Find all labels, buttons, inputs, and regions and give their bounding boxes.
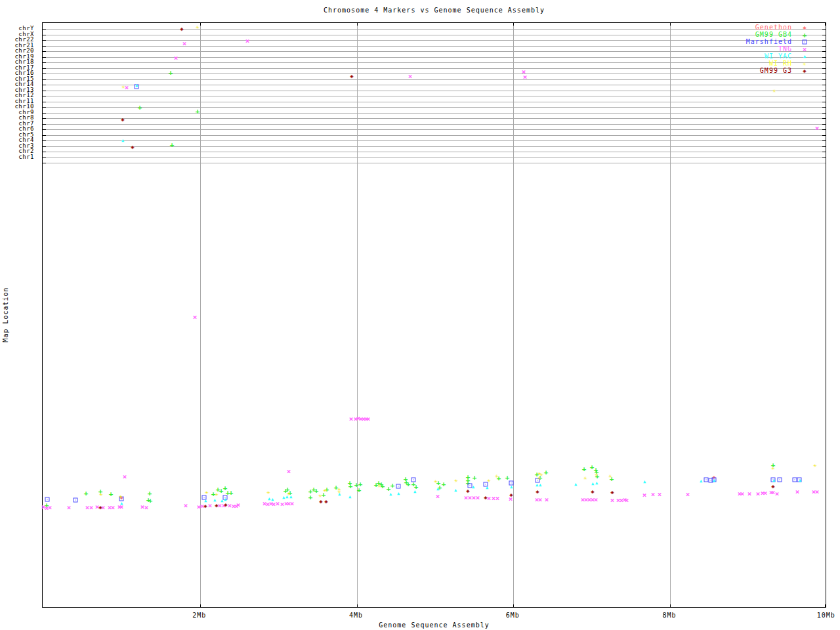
data-point-gb4: + <box>472 474 477 481</box>
data-point-yac: ▲ <box>486 486 488 490</box>
data-point-gb4: + <box>357 486 362 494</box>
gridline-chr20 <box>43 51 826 52</box>
gridline-chr13 <box>43 91 826 91</box>
data-point-tng: × <box>290 500 295 507</box>
data-point-yac: ▲ <box>268 497 270 501</box>
data-point-marsh <box>793 478 797 482</box>
data-point-rh: ✳ <box>608 473 612 479</box>
data-point-tng: × <box>144 504 149 511</box>
plus-icon: + <box>803 32 807 39</box>
gridline-chr11 <box>43 102 826 102</box>
data-point-tng: × <box>610 497 615 504</box>
data-point-tng: × <box>236 501 241 509</box>
gridline-chr1 <box>43 158 826 158</box>
data-point-g3: ◈ <box>591 489 594 495</box>
data-point-marsh <box>74 498 78 503</box>
diamond-dot-icon: ◈ <box>803 68 806 74</box>
gridline-band-bottom <box>43 163 826 163</box>
y-axis-title: Map Location <box>2 285 9 345</box>
data-point-tng: × <box>182 40 187 47</box>
row-label-chr1: chr1 <box>0 154 34 160</box>
data-point-marsh <box>411 478 416 482</box>
plot-area <box>42 22 826 608</box>
top-tick-2Mb <box>200 23 201 26</box>
data-point-rh: ✳ <box>495 473 498 479</box>
right-tick-chr21 <box>822 46 826 47</box>
data-point-tng: × <box>815 488 820 495</box>
data-point-yac: ▲ <box>539 483 541 488</box>
data-point-rh: ✳ <box>215 492 218 497</box>
data-point-tng: × <box>67 504 72 511</box>
data-point-tng: × <box>184 502 188 509</box>
data-point-yac: ▲ <box>713 478 715 483</box>
legend-label-yac: WI YAC <box>713 53 792 60</box>
data-point-rh: ✳ <box>287 491 290 497</box>
data-point-yac: ▲ <box>510 485 513 490</box>
data-point-tng: × <box>686 491 690 498</box>
legend-label-rh: WI RH <box>713 60 792 67</box>
data-point-tng: × <box>625 497 629 504</box>
left-tick-chr13 <box>43 91 46 91</box>
data-point-tng: × <box>523 74 528 81</box>
left-tick-chr21 <box>43 46 46 47</box>
data-point-g3: ◈ <box>319 499 322 505</box>
gridline-2Mb <box>200 23 201 607</box>
gridline-chr22 <box>43 40 826 41</box>
data-point-marsh <box>396 484 401 489</box>
square-dot-icon <box>803 40 807 45</box>
data-point-rh: ✳ <box>337 489 341 495</box>
data-point-g3: ◈ <box>121 117 124 123</box>
data-point-tng: × <box>658 491 662 498</box>
data-point-tng: × <box>436 493 440 500</box>
data-point-yac: ▲ <box>454 488 457 493</box>
data-point-tng: × <box>795 488 800 495</box>
right-tick-chr12 <box>822 96 826 96</box>
data-point-gb4: + <box>229 489 234 496</box>
cross-icon: × <box>803 46 807 53</box>
data-point-rh: ✳ <box>772 88 776 94</box>
left-tick-chr6 <box>43 129 46 130</box>
data-point-yac: ▲ <box>271 497 274 502</box>
data-point-yac: ▲ <box>120 501 123 506</box>
data-point-tng: × <box>756 490 761 497</box>
right-tick-chr9 <box>822 113 826 114</box>
triangle-icon: ▲ <box>803 54 806 59</box>
gridline-chr14 <box>43 85 826 85</box>
data-point-tng: × <box>815 125 820 132</box>
data-point-rh: ✳ <box>266 490 270 495</box>
data-point-gb4: + <box>406 480 411 488</box>
data-point-yac: ▲ <box>772 478 775 483</box>
right-tick-chr15 <box>822 79 826 80</box>
left-tick-chr1 <box>43 158 46 158</box>
gridline-chr9 <box>43 113 826 114</box>
chart-title: Chromosome 4 Markers vs Genome Sequence … <box>42 7 826 14</box>
data-point-g3: ◈ <box>466 488 469 494</box>
data-point-marsh <box>778 478 782 482</box>
data-point-rh: ✳ <box>323 488 326 494</box>
bottom-tick-6Mb <box>513 604 514 607</box>
left-tick-chrY <box>43 29 46 30</box>
left-tick-chr4 <box>43 140 46 141</box>
left-tick-chr19 <box>43 57 46 58</box>
data-point-yac: ▲ <box>643 480 646 484</box>
top-tick-8Mb <box>670 23 671 26</box>
gridline-chr4 <box>43 140 826 141</box>
x-tick-label-6Mb: 6Mb <box>493 612 532 619</box>
left-tick-chr7 <box>43 124 46 125</box>
data-point-tng: × <box>349 415 354 423</box>
data-point-gb4: + <box>109 490 114 497</box>
data-point-gb4: + <box>582 465 587 472</box>
data-point-gb4: + <box>544 469 549 476</box>
data-point-g3: ◈ <box>484 495 487 501</box>
x-axis-title: Genome Sequence Assembly <box>42 621 826 629</box>
gridline-chr17 <box>43 68 826 69</box>
right-tick-chr11 <box>822 102 826 102</box>
data-point-rh: ✳ <box>99 492 102 497</box>
left-tick-chr3 <box>43 146 46 147</box>
data-point-rh: ✳ <box>595 472 598 478</box>
data-point-rh: ✳ <box>119 494 122 499</box>
bottom-tick-8Mb <box>670 604 671 607</box>
data-point-tng: × <box>740 490 745 497</box>
data-point-gb4: + <box>505 474 510 481</box>
right-tick-chr20 <box>822 51 826 52</box>
